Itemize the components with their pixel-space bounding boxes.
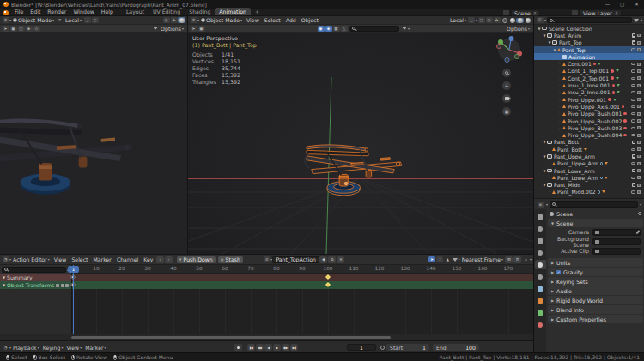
action-name-field[interactable]: Pant_TopAction	[272, 256, 319, 263]
outliner-row-pivo-uppe-001[interactable]: ·Pivo_Uppe.001	[534, 96, 644, 103]
viewport-menu-view[interactable]: View	[244, 17, 262, 23]
filter-icon[interactable]	[402, 27, 407, 30]
panel-blend-info[interactable]: ▶Blend Info	[548, 305, 643, 314]
editor-type-icon[interactable]: ◔	[3, 256, 9, 262]
use-preview-range-icon[interactable]	[380, 346, 385, 350]
snap-target-icon[interactable]: ◈	[325, 26, 332, 32]
checkbox-icon[interactable]	[632, 141, 636, 145]
outliner-row-pant-uppe-arm[interactable]: ▼Pant_Uppe_Arm	[534, 153, 644, 159]
keyframe-track-area[interactable]: 1020304050607080901001101201301401501601…	[71, 265, 533, 334]
current-frame-field[interactable]: 1	[347, 344, 376, 351]
jump-to-end-button[interactable]: ▶▮	[290, 344, 298, 351]
camera-icon[interactable]	[637, 91, 641, 94]
eye-icon[interactable]	[631, 63, 635, 65]
scene-selector[interactable]: Scene✕	[503, 9, 540, 16]
shading-material-button[interactable]	[516, 18, 524, 23]
workspace-tab-uv-editing[interactable]: UV Editing	[149, 8, 185, 15]
shading-rendered-button[interactable]	[524, 18, 532, 23]
outliner-row-pant-lowe-arm[interactable]: ▼Pant_Lowe_Arm	[534, 167, 644, 174]
viewport-menu-add[interactable]: Add	[283, 17, 299, 23]
camera-icon[interactable]	[637, 147, 641, 151]
camera-icon[interactable]	[637, 162, 641, 165]
snap-magnet-icon[interactable]: ◡	[84, 17, 91, 23]
eye-icon[interactable]	[631, 105, 635, 108]
properties-tab-output[interactable]	[535, 236, 546, 245]
outliner-row-pant-bott[interactable]: ·Pant_Bott	[534, 146, 644, 153]
caret-down-icon[interactable]: ▼	[3, 275, 5, 280]
timeline-menu-marker[interactable]: Marker▾	[83, 345, 107, 351]
eye-icon[interactable]	[631, 148, 635, 151]
outliner-row-pant-anim[interactable]: ▼Pant_Anim	[534, 32, 644, 39]
tool-option-icon[interactable]: ▣	[198, 26, 205, 32]
menu-edit[interactable]: Edit	[27, 8, 44, 15]
active-tool-icon[interactable]: ➤	[191, 26, 197, 32]
frame-start-field[interactable]: Start 1	[386, 344, 429, 351]
camera-icon[interactable]	[637, 76, 641, 80]
properties-tab-view-layer[interactable]	[535, 248, 546, 257]
camera-input[interactable]	[592, 229, 641, 236]
only-selected-icon[interactable]: ➤	[428, 256, 435, 262]
properties-tab-scene[interactable]	[535, 260, 546, 269]
add-workspace-button[interactable]: +	[251, 8, 264, 15]
orientation-dropdown-left[interactable]: Local ▾	[64, 17, 83, 23]
snap-toggle-icon[interactable]: ◉	[318, 26, 325, 32]
lock-icon[interactable]	[65, 284, 69, 287]
properties-tab-tool[interactable]	[535, 212, 546, 221]
tool-option-icon[interactable]: ▢	[18, 26, 25, 32]
maximize-button[interactable]: ▢	[615, 0, 629, 9]
outliner-row-pant-midd-002[interactable]: ·Pant_Midd.002	[534, 189, 644, 196]
menu-file[interactable]: File	[11, 8, 27, 15]
eye-icon[interactable]	[631, 48, 635, 51]
clock-icon[interactable]: ◔	[3, 345, 9, 351]
new-action-copy-icon[interactable]: ⧉	[328, 256, 336, 263]
shading-wireframe-button[interactable]	[501, 18, 508, 23]
tool-option-icon[interactable]: ◈	[26, 26, 33, 32]
camera-icon[interactable]	[637, 134, 641, 137]
viewport-search-input[interactable]	[349, 26, 399, 32]
properties-tab-object[interactable]	[535, 296, 546, 305]
outliner-row-scene-collection[interactable]: ▼Scene Collection	[534, 25, 644, 32]
tool-option-icon[interactable]: ▣	[10, 26, 17, 32]
menu-help[interactable]: Help	[98, 8, 117, 15]
gizmos-icon[interactable]: ✛	[494, 17, 501, 23]
panel-units[interactable]: ▶Units	[548, 258, 643, 267]
properties-tab-render[interactable]	[535, 224, 546, 233]
display-filter-icon[interactable]: ▾	[640, 202, 641, 207]
horizontal-scrollbar[interactable]	[71, 335, 533, 339]
play-reverse-button[interactable]: ◀	[264, 344, 272, 351]
collapsed-menus-icon[interactable]: ≡	[57, 17, 64, 23]
menu-window[interactable]: Window	[70, 8, 97, 15]
fake-user-shield-icon[interactable]: ◆	[319, 256, 327, 263]
panel-custom-properties[interactable]: ▶Custom Properties	[548, 315, 643, 323]
menu-render[interactable]: Render	[44, 8, 70, 15]
stash-button[interactable]: ▣ Stash	[218, 256, 243, 263]
jump-to-start-button[interactable]: ▮◀	[247, 344, 255, 351]
proportional-edit-icon[interactable]: ∧	[522, 256, 529, 262]
camera-icon[interactable]	[637, 119, 641, 123]
camera-icon[interactable]	[637, 176, 641, 179]
timeline-ruler[interactable]: 1020304050607080901001101201301401501601…	[72, 265, 533, 274]
zoom-button[interactable]	[502, 69, 511, 77]
camera-icon[interactable]	[637, 184, 641, 187]
navigation-gizmo[interactable]	[496, 36, 522, 63]
camera-icon[interactable]	[637, 98, 641, 101]
push-down-button[interactable]: ▼ Push Down	[177, 256, 216, 263]
snap-mode-dropdown[interactable]: Nearest Frame ▾	[460, 256, 505, 262]
outliner-row-animation[interactable]: ·Animation	[534, 53, 644, 60]
panel-audio[interactable]: ▶Audio	[548, 286, 643, 295]
eyedropper-icon[interactable]	[635, 230, 639, 234]
viewport-left-canvas[interactable]	[0, 33, 188, 254]
eye-icon[interactable]	[631, 134, 635, 136]
outliner-row-cont-1-top-001[interactable]: ·Cont_1_Top.001	[534, 68, 644, 75]
eye-icon[interactable]	[631, 127, 635, 129]
workspace-tab-animation[interactable]: Animation	[215, 8, 251, 15]
eye-icon[interactable]	[631, 162, 635, 165]
timeline-menu-playback[interactable]: Playback▾	[11, 345, 41, 351]
show-hidden-icon[interactable]: ∷	[436, 256, 443, 262]
properties-tab-object-data[interactable]	[535, 308, 546, 317]
panel-gravity[interactable]: ▶✓Gravity	[548, 268, 643, 276]
filter-icon[interactable]	[453, 258, 458, 262]
camera-icon[interactable]	[637, 105, 641, 109]
outliner-row-cont-001[interactable]: ·Cont.001	[534, 60, 644, 67]
editor-type-icon[interactable]: #	[191, 17, 197, 23]
